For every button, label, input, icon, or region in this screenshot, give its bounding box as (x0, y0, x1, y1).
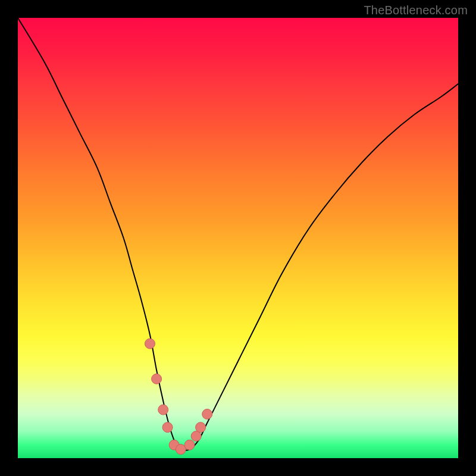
highlight-markers (145, 339, 212, 455)
marker-point (152, 374, 162, 384)
watermark-text: TheBottleneck.com (364, 4, 468, 17)
marker-point (196, 422, 206, 433)
plot-area (18, 18, 458, 458)
chart-stage: TheBottleneck.com (0, 0, 476, 476)
chart-overlay-svg (18, 18, 458, 458)
marker-point (162, 422, 173, 433)
marker-point (184, 440, 195, 450)
marker-point (145, 339, 155, 349)
bottleneck-curve (18, 18, 458, 450)
marker-point (158, 405, 168, 415)
marker-point (202, 409, 212, 419)
